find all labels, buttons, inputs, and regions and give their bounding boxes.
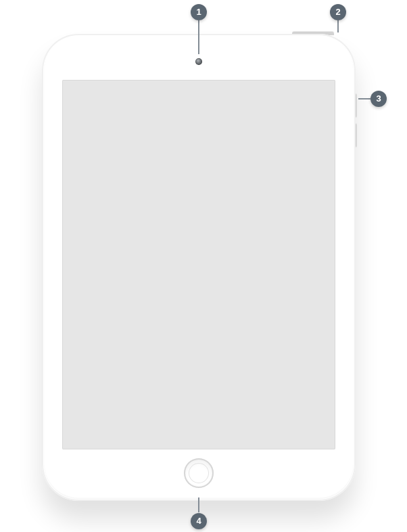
callout-marker-volume: 3 xyxy=(370,91,387,107)
callout-leader xyxy=(358,98,370,99)
home-button-icon xyxy=(184,458,214,488)
callout-leader xyxy=(198,20,199,54)
callout-marker-front-camera: 1 xyxy=(191,4,207,20)
callout-leader xyxy=(198,497,199,512)
screen xyxy=(62,80,335,449)
front-camera-icon xyxy=(195,58,202,65)
ipad-device xyxy=(42,34,356,501)
callout-marker-top-button: 2 xyxy=(330,4,346,20)
callout-leader xyxy=(337,20,339,32)
callout-marker-home-button: 4 xyxy=(191,513,207,529)
